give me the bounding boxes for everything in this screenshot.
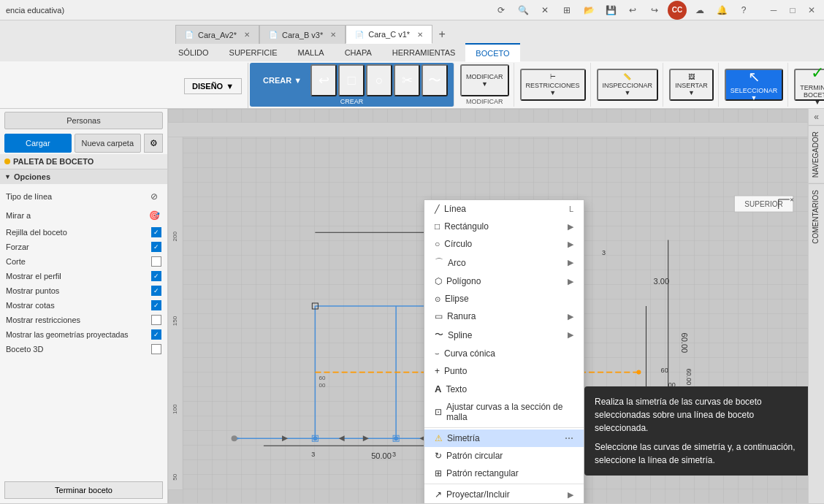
menu-item-ranura[interactable]: ▭ Ranura ▶ — [424, 308, 584, 325]
menu-item-patron-circular[interactable]: ↻ Patrón circular — [424, 447, 584, 465]
terminar-icon: ✓ — [811, 64, 824, 83]
cargar-btn[interactable]: Cargar — [4, 134, 72, 153]
tab-close-bv3[interactable]: ✕ — [330, 31, 336, 39]
comentarios-tab[interactable]: COMENTARIOS — [809, 183, 824, 250]
seleccionar-btn[interactable]: ↖ SELECCIONAR ▼ — [725, 69, 784, 101]
nav-redo-btn[interactable]: ↪ — [646, 1, 663, 19]
patron-rectangular-label: Patrón rectangular — [446, 468, 519, 478]
circle-icon: ○ — [375, 74, 384, 87]
mostrar-perfil-checkbox[interactable]: ✓ — [151, 271, 161, 281]
menu-item-simetria[interactable]: ⚠ Simetría ⋯ — [424, 429, 584, 447]
restricciones-btn[interactable]: ⊢ RESTRICCIONES ▼ — [520, 69, 586, 101]
tab-cara-av2[interactable]: 📄 Cara_Av2* ✕ — [175, 25, 259, 44]
nav-save-btn[interactable]: 💾 — [602, 1, 619, 19]
tipo-linea-btn[interactable]: ⊘ — [147, 189, 161, 204]
tab-cara-cv1[interactable]: 📄 Cara_C v1* ✕ — [346, 25, 432, 44]
mostrar-geometrias-label: Mostrar las geometrías proyectadas — [6, 330, 129, 339]
ribbon-tab-superficie[interactable]: SUPERFICIE — [219, 43, 288, 62]
mirar-a-btn[interactable]: 🎯 — [147, 208, 161, 223]
crear-group: CREAR ▼ ↩ □ ○ ✂ 〜 C — [250, 63, 454, 107]
minimize-btn[interactable]: ─ — [767, 4, 780, 17]
menu-item-poligono[interactable]: ⬡ Polígono ▶ — [424, 272, 584, 290]
menu-item-proyectar[interactable]: ↗ Proyectar/Incluir ▶ — [424, 486, 584, 503]
crear-dropdown-btn[interactable]: CREAR ▼ — [256, 73, 309, 88]
menu-item-punto[interactable]: + Punto — [424, 362, 584, 380]
svg-point-35 — [313, 436, 317, 440]
nav-help-btn[interactable]: ? — [735, 1, 752, 19]
circular-menu-icon: ↻ — [435, 451, 442, 461]
nav-apps-btn[interactable]: ⊞ — [558, 1, 576, 19]
left-panel: Personas Cargar Nueva carpeta ⚙ PALETA D… — [0, 109, 168, 503]
rect-tool-btn[interactable]: □ — [338, 64, 365, 96]
wave-tool-btn[interactable]: 〜 — [421, 64, 448, 96]
option-mostrar-puntos: Mostrar puntos ✓ — [0, 283, 167, 298]
insertar-group: 🖼 INSERTAR ▼ — [665, 63, 719, 107]
nav-back-btn[interactable]: ⟳ — [492, 1, 510, 19]
nav-search-btn[interactable]: 🔍 — [514, 1, 532, 19]
maximize-btn[interactable]: □ — [786, 4, 799, 17]
tab-icon-av2: 📄 — [185, 31, 194, 39]
forzar-checkbox[interactable]: ✓ — [151, 242, 161, 252]
cut-tool-btn[interactable]: ✂ — [394, 64, 420, 96]
corte-checkbox[interactable] — [151, 256, 161, 267]
options-section-header[interactable]: ▼ Opciones — [0, 169, 167, 184]
options-list: Tipo de línea ⊘ Mirar a 🎯 Rejilla del bo… — [0, 184, 167, 359]
mostrar-puntos-checkbox[interactable]: ✓ — [151, 286, 161, 296]
menu-item-patron-rectangular[interactable]: ⊞ Patrón rectangular — [424, 465, 584, 482]
nueva-carpeta-btn[interactable]: Nueva carpeta — [75, 134, 142, 153]
personas-btn[interactable]: Personas — [4, 112, 163, 129]
svg-marker-17 — [339, 435, 345, 441]
ribbon-tab-chapa[interactable]: CHAPA — [335, 43, 382, 62]
menu-item-elipse[interactable]: ⊙ Elipse — [424, 290, 584, 308]
nav-close-btn[interactable]: ✕ — [536, 1, 554, 19]
menu-item-linea[interactable]: ╱ Línea L — [424, 200, 584, 218]
ribbon-tab-solido[interactable]: SÓLIDO — [168, 43, 219, 62]
svg-text:SUPERIOR: SUPERIOR — [744, 200, 782, 208]
modificar-dropdown-btn[interactable]: MODIFICAR ▼ — [460, 64, 509, 96]
svg-rect-56 — [734, 196, 793, 212]
rejilla-checkbox[interactable]: ✓ — [151, 227, 161, 237]
ribbon-tab-boceto[interactable]: BOCETO — [465, 43, 519, 62]
menu-item-arco[interactable]: ⌒ Arco ▶ — [424, 253, 584, 272]
svg-rect-53 — [393, 435, 399, 441]
canvas-area[interactable]: 200 150 100 50 — [168, 109, 808, 503]
mostrar-restricciones-checkbox[interactable] — [151, 315, 161, 325]
terminar-btn[interactable]: ✓ TERMINAR BOCETO ▼ — [794, 69, 824, 101]
inspeccionar-btn[interactable]: 📏 INSPECCIONAR ▼ — [597, 69, 659, 101]
menu-item-circulo[interactable]: ○ Círculo ▶ — [424, 235, 584, 253]
simetria-dots: ⋯ — [565, 433, 573, 443]
arc-tool-btn[interactable]: ↩ — [310, 64, 337, 96]
tab-add-btn[interactable]: + — [432, 25, 451, 44]
nav-collapse-btn[interactable]: « — [809, 109, 824, 125]
insertar-btn[interactable]: 🖼 INSERTAR ▼ — [669, 69, 714, 101]
menu-item-curva-conica[interactable]: ⌣ Curva cónica — [424, 345, 584, 362]
menu-item-spline[interactable]: 〜 Spline ▶ — [424, 325, 584, 345]
ribbon-tab-herramientas[interactable]: HERRAMIENTAS — [382, 43, 466, 62]
circle-tool-btn[interactable]: ○ — [366, 64, 392, 96]
rect-menu-icon: □ — [435, 221, 440, 232]
terminar-boceto-btn[interactable]: Terminar boceto — [4, 481, 163, 499]
nav-cloud-btn[interactable]: ☁ — [691, 1, 709, 19]
punto-label: Punto — [444, 366, 467, 376]
tab-close-cv1[interactable]: ✕ — [417, 31, 423, 39]
linea-icon: ╱ — [435, 205, 440, 214]
tab-cara-bv3[interactable]: 📄 Cara_B v3* ✕ — [259, 25, 346, 44]
nav-undo-btn[interactable]: ↩ — [624, 1, 641, 19]
boceto-3d-checkbox[interactable] — [151, 344, 161, 354]
menu-item-rectangulo[interactable]: □ Rectángulo ▶ — [424, 218, 584, 235]
mostrar-geometrias-checkbox[interactable]: ✓ — [151, 329, 161, 340]
mostrar-cotas-checkbox[interactable]: ✓ — [151, 300, 161, 310]
svg-marker-18 — [363, 435, 369, 441]
tab-close-av2[interactable]: ✕ — [244, 31, 250, 39]
close-btn[interactable]: ✕ — [805, 4, 818, 17]
diseño-dropdown-btn[interactable]: DISEÑO ▼ — [184, 78, 242, 94]
nav-notify-btn[interactable]: 🔔 — [713, 1, 730, 19]
terminar-group: ✓ TERMINAR BOCETO ▼ — [790, 63, 824, 107]
nav-open-btn[interactable]: 📂 — [580, 1, 598, 19]
ribbon-tab-malla[interactable]: MALLA — [288, 43, 335, 62]
menu-item-ajustar-curvas[interactable]: ⊡ Ajustar curvas a la sección de malla — [424, 398, 584, 426]
settings-btn[interactable]: ⚙ — [144, 134, 163, 153]
mirar-a-label: Mirar a — [6, 211, 31, 220]
menu-item-texto[interactable]: A Texto — [424, 380, 584, 398]
navegador-tab[interactable]: NAVEGADOR — [809, 125, 824, 183]
